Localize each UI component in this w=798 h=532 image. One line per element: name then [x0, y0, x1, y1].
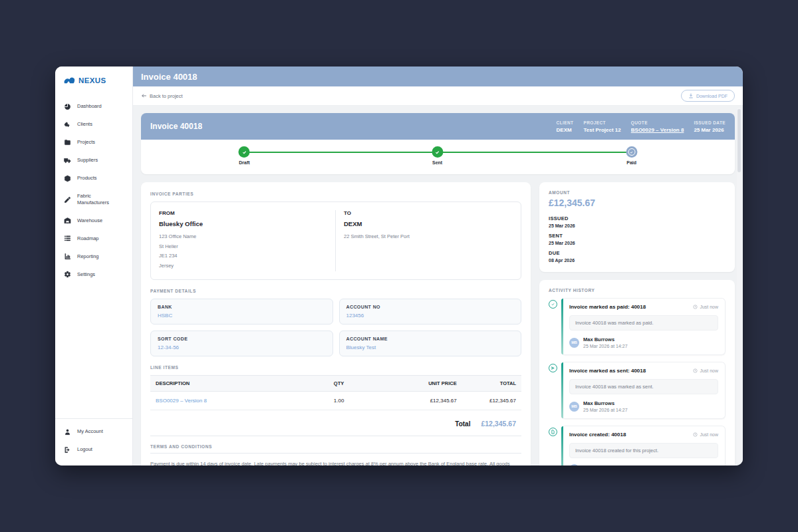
invoice-parties-label: INVOICE PARTIES — [150, 192, 521, 196]
terms-text: Payment is due within 14 days of invoice… — [150, 460, 521, 466]
invoice-header: Invoice 40018 CLIENT DEXM PROJECT Test P… — [141, 113, 735, 140]
avatar: MB — [569, 464, 579, 466]
invoice-meta: CLIENT DEXM PROJECT Test Project 12 QUOT… — [557, 120, 726, 133]
sort-code-field: SORT CODE 12-34-56 — [150, 331, 333, 356]
party-to: TO DEXM 22 Smith Street, St Peter Port — [336, 210, 513, 271]
content-area: Invoice 40018 CLIENT DEXM PROJECT Test P… — [133, 106, 743, 466]
sidebar-item-dashboard[interactable]: Dashboard — [55, 98, 132, 116]
line-items-label: LINE ITEMS — [150, 365, 521, 370]
logo-text: NEXUS — [78, 76, 106, 84]
sidebar-item-reporting[interactable]: Reporting — [55, 247, 132, 265]
total-value: £12,345.67 — [481, 420, 516, 428]
account-name-field: ACCOUNT NAME Bluesky Test — [339, 331, 522, 356]
clock-icon — [693, 368, 698, 373]
from-name: Bluesky Office — [159, 220, 327, 227]
sidebar: NEXUS Dashboard Clients Projects Supplie… — [55, 66, 133, 466]
sidebar-item-products[interactable]: Products — [55, 170, 132, 188]
terms-label: TERMS AND CONDITIONS — [150, 436, 521, 454]
app-window: NEXUS Dashboard Clients Projects Supplie… — [55, 66, 743, 466]
sidebar-item-settings[interactable]: Settings — [55, 265, 132, 283]
warehouse-icon — [64, 217, 71, 224]
activity-entry-sent: Invoice marked as sent: 40018 Just now I… — [549, 362, 726, 419]
sidebar-item-clients[interactable]: Clients — [55, 116, 132, 134]
roadmap-icon — [64, 235, 71, 242]
check-circle-icon — [549, 300, 557, 309]
invoice-title: Invoice 40018 — [150, 122, 202, 131]
from-address: 123 Office Name St Helier JE1 234 Jersey — [159, 232, 327, 271]
page-title: Invoice 40018 — [141, 72, 198, 82]
meta-quote: QUOTE BSO0029 – Version 8 — [631, 120, 684, 133]
reporting-icon — [64, 253, 71, 260]
projects-icon — [64, 139, 71, 146]
arrow-left-icon — [141, 93, 147, 98]
check-icon — [432, 146, 443, 158]
status-stepper: Draft Sent Paid — [141, 140, 735, 174]
meta-client: CLIENT DEXM — [557, 120, 574, 133]
total-row: Total £12,345.67 — [150, 410, 521, 436]
bank-field: BANK HSBC — [150, 299, 333, 325]
scrollbar-thumb[interactable] — [737, 109, 741, 172]
timestamp: Just now — [693, 368, 718, 373]
invoice-detail-card: INVOICE PARTIES FROM Bluesky Office 123 … — [141, 182, 531, 466]
toolbar: Back to project Download PDF — [133, 86, 743, 106]
download-pdf-button[interactable]: Download PDF — [681, 90, 735, 102]
settings-icon — [64, 271, 71, 278]
step-paid — [626, 146, 637, 158]
logout-icon — [64, 446, 71, 454]
activity-user: MB Max Burrows — [569, 464, 718, 466]
activity-entry-created: Invoice created: 40018 Just now Invoice … — [549, 426, 726, 466]
activity-history-card: ACTIVITY HISTORY Invoice marked as paid:… — [539, 280, 735, 466]
nexus-logo-icon — [64, 76, 75, 84]
send-icon — [549, 364, 557, 372]
activity-message: Invoice 40018 was marked as sent. — [569, 379, 718, 394]
sidebar-item-suppliers[interactable]: Suppliers — [55, 152, 132, 170]
sidebar-footer: My Account Logout — [55, 418, 132, 466]
sidebar-item-warehouse[interactable]: Warehouse — [55, 211, 132, 229]
page-header: Invoice 40018 — [133, 66, 743, 86]
activity-user: MB Max Burrows 25 Mar 2026 at 14:27 — [569, 400, 718, 412]
right-column: AMOUNT £12,345.67 ISSUED 25 Mar 2026 SEN… — [539, 182, 735, 466]
sidebar-item-logout[interactable]: Logout — [55, 441, 132, 459]
products-icon — [64, 175, 71, 182]
sidebar-item-fabric-manufacturers[interactable]: Fabric Manufacturers — [55, 188, 132, 211]
table-header-row: DESCRIPTION QTY UNIT PRICE TOTAL — [150, 375, 521, 391]
table-row: BSO0029 – Version 8 1.00 £12,345.67 £12,… — [150, 391, 521, 410]
suppliers-icon — [64, 157, 71, 164]
timestamp: Just now — [693, 305, 718, 309]
download-icon — [688, 93, 694, 98]
sidebar-item-projects[interactable]: Projects — [55, 134, 132, 152]
avatar: MB — [569, 338, 579, 348]
clock-icon — [693, 305, 698, 309]
dashboard-icon — [64, 103, 71, 110]
payment-details-label: PAYMENT DETAILS — [150, 289, 521, 293]
party-from: FROM Bluesky Office 123 Office Name St H… — [159, 210, 336, 271]
scrollbar — [737, 108, 741, 463]
avatar: MB — [569, 402, 579, 412]
logo[interactable]: NEXUS — [55, 66, 132, 98]
document-icon — [549, 428, 557, 436]
check-icon — [239, 146, 250, 158]
account-no-field: ACCOUNT NO 123456 — [339, 299, 522, 325]
back-to-project-link[interactable]: Back to project — [141, 93, 183, 99]
step-sent — [432, 146, 443, 158]
to-name: DEXM — [344, 220, 513, 227]
fabric-manufacturers-icon — [64, 196, 71, 203]
step-draft — [239, 146, 250, 158]
clock-icon — [693, 432, 698, 437]
amount-card: AMOUNT £12,345.67 ISSUED 25 Mar 2026 SEN… — [539, 182, 735, 272]
main-area: Invoice 40018 Back to project Download P… — [133, 66, 743, 466]
activity-entry-paid: Invoice marked as paid: 40018 Just now I… — [549, 298, 726, 355]
timestamp: Just now — [693, 432, 718, 437]
meta-project: PROJECT Test Project 12 — [583, 120, 620, 133]
clients-icon — [64, 121, 71, 128]
sidebar-item-my-account[interactable]: My Account — [55, 423, 132, 441]
quote-link[interactable]: BSO0029 – Version 8 — [631, 127, 684, 133]
to-address: 22 Smith Street, St Peter Port — [344, 232, 513, 242]
invoice-parties: FROM Bluesky Office 123 Office Name St H… — [150, 201, 521, 280]
activity-user: MB Max Burrows 25 Mar 2026 at 14:27 — [569, 336, 718, 348]
line-items-table: DESCRIPTION QTY UNIT PRICE TOTAL BSO0029… — [150, 375, 521, 410]
line-item-link[interactable]: BSO0029 – Version 8 — [156, 398, 207, 404]
amount-value: £12,345.67 — [549, 198, 726, 208]
activity-history-label: ACTIVITY HISTORY — [549, 288, 726, 293]
sidebar-item-roadmap[interactable]: Roadmap — [55, 229, 132, 247]
